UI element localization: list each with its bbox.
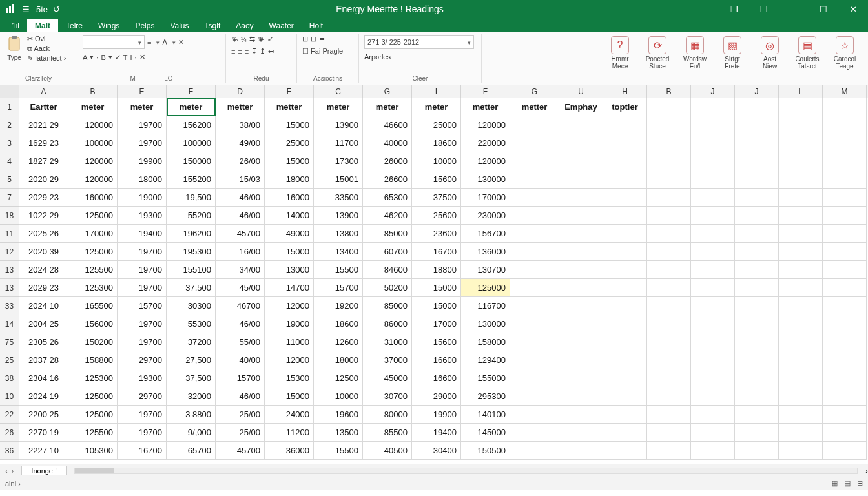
- cell[interactable]: 15000: [265, 388, 314, 406]
- cell[interactable]: 19000: [118, 189, 167, 207]
- cell[interactable]: 158000: [461, 333, 510, 351]
- cell[interactable]: [823, 351, 867, 369]
- cell[interactable]: 18000: [265, 170, 314, 189]
- col-header-F-9[interactable]: F: [461, 85, 510, 98]
- cell[interactable]: 2025 26: [19, 225, 68, 243]
- cell[interactable]: [510, 333, 559, 351]
- cell[interactable]: 120000: [461, 116, 510, 134]
- cell[interactable]: 14700: [265, 279, 314, 297]
- cell[interactable]: 19700: [118, 333, 167, 351]
- col-header-D-4[interactable]: D: [216, 85, 265, 98]
- column-label[interactable]: [735, 98, 779, 116]
- column-label[interactable]: Eartter: [19, 98, 68, 116]
- cell[interactable]: 19600: [314, 406, 363, 424]
- cell[interactable]: 25000: [412, 116, 461, 134]
- cell[interactable]: [647, 406, 691, 424]
- cell[interactable]: 155100: [167, 261, 216, 279]
- cell[interactable]: [603, 152, 647, 170]
- cell[interactable]: [779, 189, 823, 207]
- tab-waater[interactable]: Waater: [262, 19, 302, 32]
- cell[interactable]: 150500: [461, 442, 510, 460]
- cell[interactable]: 19,500: [167, 189, 216, 207]
- cell[interactable]: [779, 388, 823, 406]
- cell[interactable]: [510, 351, 559, 369]
- cell[interactable]: 85000: [363, 225, 412, 243]
- col-header-M-17[interactable]: M: [823, 85, 867, 98]
- ribbon-right-2[interactable]: ▦WordswFu/l: [677, 36, 713, 70]
- col-header-G-10[interactable]: G: [510, 85, 559, 98]
- cell[interactable]: [559, 442, 603, 460]
- cell[interactable]: 136000: [461, 243, 510, 261]
- cell[interactable]: [823, 406, 867, 424]
- cell[interactable]: 25/00: [216, 406, 265, 424]
- cell[interactable]: [779, 243, 823, 261]
- cell[interactable]: 155000: [461, 369, 510, 388]
- cell[interactable]: [647, 243, 691, 261]
- copy-button[interactable]: ⧉ Aack: [27, 45, 66, 53]
- row-header[interactable]: 22: [0, 406, 19, 424]
- cell[interactable]: [603, 297, 647, 315]
- cell[interactable]: [510, 297, 559, 315]
- cell[interactable]: [779, 424, 823, 442]
- cell[interactable]: 36000: [265, 442, 314, 460]
- cell[interactable]: 19700: [118, 243, 167, 261]
- cell[interactable]: [691, 207, 735, 225]
- cell[interactable]: 156200: [167, 116, 216, 134]
- cell[interactable]: 18000: [118, 170, 167, 189]
- cell[interactable]: 170000: [68, 225, 118, 243]
- tab-aaoy[interactable]: Aaoy: [228, 19, 261, 32]
- align1-btn-1[interactable]: ¼: [241, 36, 247, 43]
- cell[interactable]: 130000: [461, 170, 510, 189]
- cell[interactable]: [823, 279, 867, 297]
- cell[interactable]: [647, 207, 691, 225]
- cell[interactable]: 80000: [363, 406, 412, 424]
- cell[interactable]: 2024 10: [19, 297, 68, 315]
- cell[interactable]: 46/00: [216, 207, 265, 225]
- window-minimize-button[interactable]: —: [779, 0, 809, 18]
- cell[interactable]: [691, 442, 735, 460]
- cell[interactable]: 15700: [216, 369, 265, 388]
- cell[interactable]: [691, 351, 735, 369]
- cell[interactable]: [559, 369, 603, 388]
- column-label[interactable]: meter: [118, 98, 167, 116]
- cell[interactable]: [691, 369, 735, 388]
- sheet-nav-end[interactable]: ›: [865, 467, 868, 475]
- cell[interactable]: 2037 28: [19, 351, 68, 369]
- cell[interactable]: 15700: [314, 279, 363, 297]
- cell[interactable]: 18000: [314, 351, 363, 369]
- cell[interactable]: [510, 243, 559, 261]
- window-restore-2-button[interactable]: ❐: [749, 0, 779, 18]
- cell[interactable]: [735, 388, 779, 406]
- cell[interactable]: 2021 29: [19, 116, 68, 134]
- cell[interactable]: 9/,000: [167, 424, 216, 442]
- align-icon[interactable]: ≡: [147, 38, 151, 46]
- cell[interactable]: [779, 315, 823, 333]
- cell[interactable]: [823, 261, 867, 279]
- cell[interactable]: [647, 442, 691, 460]
- ribbon-right-4[interactable]: ◎AostNiew: [752, 36, 788, 70]
- cell[interactable]: [603, 225, 647, 243]
- cell[interactable]: [603, 351, 647, 369]
- cell[interactable]: [779, 406, 823, 424]
- cell[interactable]: [779, 279, 823, 297]
- tab-telre[interactable]: Telre: [58, 19, 90, 32]
- cell[interactable]: [691, 315, 735, 333]
- cell[interactable]: [510, 134, 559, 152]
- num-btn-1[interactable]: ⊟: [311, 35, 316, 43]
- cell[interactable]: 25000: [265, 134, 314, 152]
- cell[interactable]: [823, 134, 867, 152]
- cell[interactable]: [735, 207, 779, 225]
- cell[interactable]: 27,500: [167, 351, 216, 369]
- cell[interactable]: 12000: [265, 297, 314, 315]
- cell[interactable]: 34/00: [216, 261, 265, 279]
- cell[interactable]: 12500: [314, 369, 363, 388]
- ribbon-right-1[interactable]: ⟳PonctedStuce: [639, 36, 676, 70]
- row-header[interactable]: 25: [0, 351, 19, 369]
- cell[interactable]: 16700: [118, 442, 167, 460]
- cell[interactable]: 29700: [118, 388, 167, 406]
- cell[interactable]: 19700: [118, 116, 167, 134]
- cell[interactable]: 120000: [68, 116, 118, 134]
- cell[interactable]: [510, 207, 559, 225]
- cell[interactable]: 13800: [314, 225, 363, 243]
- cell[interactable]: 15001: [314, 170, 363, 189]
